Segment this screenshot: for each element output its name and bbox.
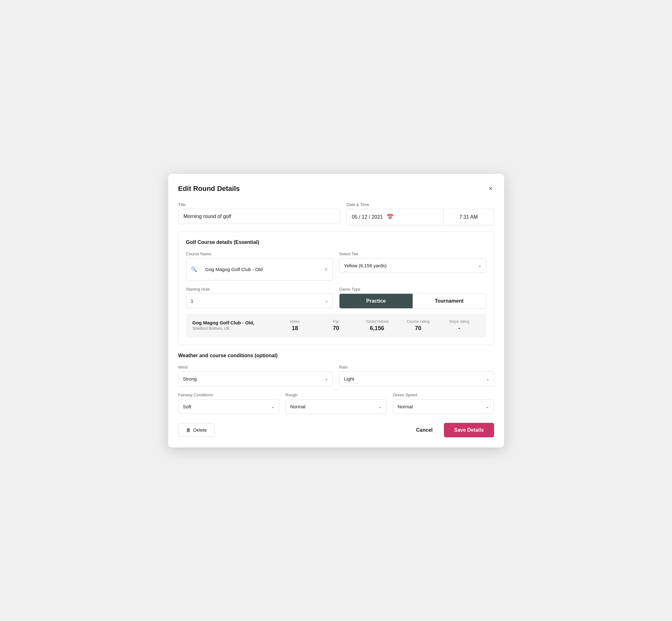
starting-hole-label: Starting Hole — [186, 287, 333, 292]
green-speed-dropdown[interactable]: Slow Normal Fast Very Fast — [393, 399, 494, 414]
course-info-name: Gog Magog Golf Club - Old, Shelford Bott… — [193, 320, 275, 331]
footer-row: 🗑 Delete Cancel Save Details — [178, 423, 494, 437]
select-tee-wrap: Yellow (6,156 yards) White Red Blue ⌄ — [339, 258, 486, 273]
rough-wrap: Short Normal Long Very Long ⌄ — [286, 399, 386, 414]
tournament-button[interactable]: Tournament — [413, 294, 486, 308]
green-speed-wrap: Slow Normal Fast Very Fast ⌄ — [393, 399, 494, 414]
save-button[interactable]: Save Details — [444, 423, 494, 437]
title-label: Title — [178, 202, 340, 207]
starting-hole-dropdown[interactable]: 1 234 567 8910 — [186, 293, 333, 308]
edit-round-modal: Edit Round Details × Title Date & Time 0… — [168, 174, 504, 448]
time-field[interactable]: 7:31 AM — [444, 209, 494, 225]
rough-group: Rough Short Normal Long Very Long ⌄ — [286, 392, 386, 414]
date-time-container: 05 / 12 / 2021 📅 7:31 AM — [346, 209, 494, 225]
rain-dropdown[interactable]: None Light Moderate Heavy — [339, 371, 494, 386]
select-tee-group: Select Tee Yellow (6,156 yards) White Re… — [339, 251, 486, 281]
date-value: 05 / 12 / 2021 — [352, 214, 383, 220]
clear-icon[interactable]: ✕ — [324, 266, 328, 272]
hole-gametype-row: Starting Hole 1 234 567 8910 ⌄ Game Type… — [186, 287, 486, 308]
weather-section: Weather and course conditions (optional)… — [178, 353, 494, 414]
starting-hole-wrap: 1 234 567 8910 ⌄ — [186, 293, 333, 308]
wind-rain-row: Wind Calm Light Moderate Strong Very Str… — [178, 365, 494, 386]
course-rating-value: 70 — [397, 325, 438, 332]
rain-label: Rain — [339, 365, 494, 370]
fairway-wrap: Dry Normal Soft Wet ⌄ — [178, 399, 279, 414]
par-value: 70 — [316, 325, 356, 332]
course-name-input[interactable] — [200, 262, 321, 277]
yards-value: 6,156 — [356, 325, 397, 332]
datetime-group: Date & Time 05 / 12 / 2021 📅 7:31 AM — [346, 202, 494, 225]
wind-label: Wind — [178, 365, 333, 370]
course-name-display: Gog Magog Golf Club - Old, — [193, 320, 275, 325]
time-value: 7:31 AM — [459, 214, 478, 220]
slope-rating-stat: Slope rating - — [438, 319, 479, 332]
wind-group: Wind Calm Light Moderate Strong Very Str… — [178, 365, 333, 386]
yards-stat: Yards(Yellow) 6,156 — [356, 319, 397, 332]
select-tee-label: Select Tee — [339, 251, 486, 256]
slope-rating-label: Slope rating — [438, 319, 479, 324]
trash-icon: 🗑 — [186, 427, 191, 432]
delete-label: Delete — [194, 427, 207, 432]
course-rating-stat: Course rating 70 — [397, 319, 438, 332]
weather-section-title: Weather and course conditions (optional) — [178, 353, 494, 359]
rough-dropdown[interactable]: Short Normal Long Very Long — [286, 399, 386, 414]
green-speed-label: Green Speed — [393, 392, 494, 397]
rough-label: Rough — [286, 392, 386, 397]
modal-title: Edit Round Details — [178, 184, 240, 193]
game-type-toggle: Practice Tournament — [339, 293, 486, 308]
fairway-dropdown[interactable]: Dry Normal Soft Wet — [178, 399, 279, 414]
modal-header: Edit Round Details × — [178, 184, 494, 194]
rain-group: Rain None Light Moderate Heavy ⌄ — [339, 365, 494, 386]
holes-stat: Holes 18 — [275, 319, 316, 332]
course-rating-label: Course rating — [397, 319, 438, 324]
date-field[interactable]: 05 / 12 / 2021 📅 — [346, 209, 443, 225]
game-type-label: Game Type — [339, 287, 486, 292]
holes-value: 18 — [275, 325, 316, 332]
holes-label: Holes — [275, 319, 316, 324]
course-location: Shelford Bottom, UK — [193, 326, 275, 331]
title-datetime-row: Title Date & Time 05 / 12 / 2021 📅 7:31 … — [178, 202, 494, 225]
delete-button[interactable]: 🗑 Delete — [178, 423, 215, 437]
yards-label: Yards(Yellow) — [356, 319, 397, 324]
starting-hole-group: Starting Hole 1 234 567 8910 ⌄ — [186, 287, 333, 308]
slope-rating-value: - — [438, 325, 479, 332]
calendar-icon: 📅 — [386, 214, 393, 220]
course-info-box: Gog Magog Golf Club - Old, Shelford Bott… — [186, 314, 486, 337]
game-type-group: Game Type Practice Tournament — [339, 287, 486, 308]
title-input[interactable] — [178, 209, 340, 224]
close-button[interactable]: × — [488, 184, 494, 194]
course-name-search[interactable]: 🔍 ✕ — [186, 258, 333, 281]
cancel-button[interactable]: Cancel — [411, 423, 437, 437]
select-tee-dropdown[interactable]: Yellow (6,156 yards) White Red Blue — [339, 258, 486, 273]
golf-section-title: Golf Course details (Essential) — [186, 240, 486, 245]
golf-course-section: Golf Course details (Essential) Course N… — [178, 232, 494, 345]
datetime-label: Date & Time — [346, 202, 494, 207]
footer-right: Cancel Save Details — [411, 423, 494, 437]
par-label: Par — [316, 319, 356, 324]
wind-dropdown[interactable]: Calm Light Moderate Strong Very Strong — [178, 371, 333, 386]
title-group: Title — [178, 202, 340, 225]
course-name-group: Course Name 🔍 ✕ — [186, 251, 333, 281]
par-stat: Par 70 — [316, 319, 356, 332]
practice-button[interactable]: Practice — [339, 294, 413, 308]
course-name-label: Course Name — [186, 251, 333, 256]
green-speed-group: Green Speed Slow Normal Fast Very Fast ⌄ — [393, 392, 494, 414]
conditions-row: Fairway Conditions Dry Normal Soft Wet ⌄… — [178, 392, 494, 414]
fairway-group: Fairway Conditions Dry Normal Soft Wet ⌄ — [178, 392, 279, 414]
rain-wrap: None Light Moderate Heavy ⌄ — [339, 371, 494, 386]
course-tee-row: Course Name 🔍 ✕ Select Tee Yellow (6,156… — [186, 251, 486, 281]
search-icon: 🔍 — [191, 266, 197, 272]
wind-wrap: Calm Light Moderate Strong Very Strong ⌄ — [178, 371, 333, 386]
fairway-label: Fairway Conditions — [178, 392, 279, 397]
